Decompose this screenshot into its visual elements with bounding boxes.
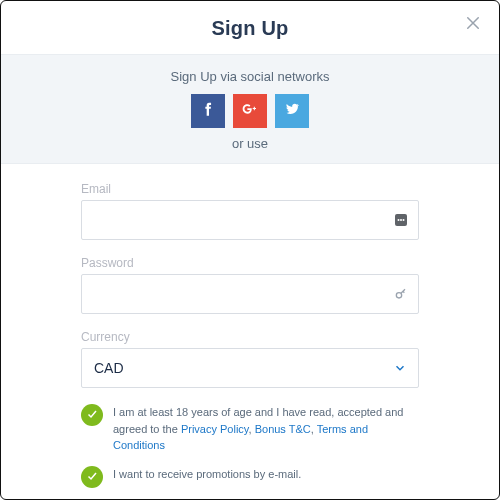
currency-label: Currency: [81, 330, 419, 344]
twitter-button[interactable]: [275, 94, 309, 128]
close-icon: [464, 14, 482, 36]
password-field-group: Password: [81, 256, 419, 314]
checkmark-icon: [86, 468, 98, 486]
page-title: Sign Up: [1, 17, 499, 40]
twitter-icon: [284, 101, 300, 121]
age-consent-checkbox[interactable]: [81, 404, 103, 426]
social-caption: Sign Up via social networks: [1, 69, 499, 84]
email-label: Email: [81, 182, 419, 196]
svg-point-3: [403, 219, 405, 221]
google-plus-icon: [242, 101, 258, 121]
promo-consent-row: I want to receive promotions by e-mail.: [81, 466, 419, 488]
social-buttons: [1, 94, 499, 128]
bonus-tc-link[interactable]: Bonus T&C: [255, 423, 311, 435]
currency-field-group: Currency: [81, 330, 419, 388]
google-plus-button[interactable]: [233, 94, 267, 128]
close-button[interactable]: [461, 13, 485, 37]
promo-consent-checkbox[interactable]: [81, 466, 103, 488]
privacy-policy-link[interactable]: Privacy Policy: [181, 423, 249, 435]
password-label: Password: [81, 256, 419, 270]
facebook-icon: [200, 101, 216, 121]
svg-point-2: [400, 219, 402, 221]
signup-form: Email Password Currency: [1, 164, 499, 500]
chevron-down-icon: [393, 361, 407, 375]
email-input[interactable]: [81, 200, 419, 240]
age-consent-row: I am at least 18 years of age and I have…: [81, 404, 419, 454]
facebook-button[interactable]: [191, 94, 225, 128]
signup-modal: Sign Up Sign Up via social networks: [0, 0, 500, 500]
age-consent-text: I am at least 18 years of age and I have…: [113, 404, 419, 454]
password-input[interactable]: [81, 274, 419, 314]
modal-header: Sign Up: [1, 1, 499, 54]
svg-point-4: [396, 293, 401, 298]
social-section: Sign Up via social networks or use: [1, 54, 499, 164]
key-icon: [391, 284, 411, 304]
or-use-label: or use: [1, 136, 499, 151]
svg-point-1: [398, 219, 400, 221]
checkmark-icon: [86, 406, 98, 424]
email-field-group: Email: [81, 182, 419, 240]
autofill-icon: [391, 210, 411, 230]
promo-consent-text: I want to receive promotions by e-mail.: [113, 466, 301, 483]
currency-select[interactable]: [81, 348, 419, 388]
